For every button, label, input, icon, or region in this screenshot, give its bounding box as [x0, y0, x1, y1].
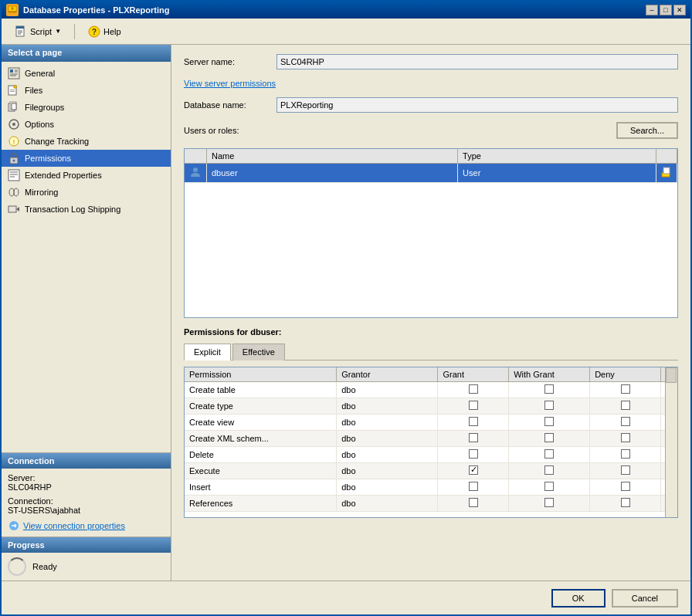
ok-button[interactable]: OK — [551, 589, 606, 608]
database-name-input[interactable] — [276, 97, 678, 113]
table-row[interactable]: dbuser User — [185, 164, 677, 183]
connection-info: Server: SLC04RHP Connection: ST-USERS\aj… — [2, 469, 171, 536]
svg-rect-18 — [10, 90, 15, 90]
perm-col-grant: Grant — [438, 367, 509, 382]
svg-marker-17 — [14, 86, 16, 88]
perm-grantor: dbo — [337, 415, 438, 431]
withgrant-checkbox[interactable] — [509, 382, 590, 398]
perm-grantor: dbo — [337, 463, 438, 479]
grant-checkbox[interactable] — [438, 431, 509, 447]
deny-checkbox[interactable] — [590, 447, 661, 463]
svg-rect-44 — [663, 168, 670, 174]
sidebar-item-transaction-log-shipping[interactable]: Transaction Log Shipping — [2, 201, 171, 218]
sidebar-item-mirroring[interactable]: Mirroring — [2, 184, 171, 201]
svg-rect-1 — [8, 11, 16, 12]
tab-explicit[interactable]: Explicit — [184, 344, 231, 360]
perm-permission: Create table — [185, 382, 337, 398]
deny-checkbox[interactable] — [590, 463, 661, 479]
sidebar-item-extended-properties[interactable]: Extended Properties — [2, 167, 171, 184]
svg-rect-19 — [10, 91, 15, 92]
deny-checkbox[interactable] — [590, 431, 661, 447]
grant-checkbox[interactable] — [438, 382, 509, 398]
extended-properties-icon — [8, 169, 20, 181]
extended-properties-label: Extended Properties — [25, 171, 102, 180]
svg-rect-4 — [16, 26, 24, 29]
cancel-button[interactable]: Cancel — [612, 589, 678, 608]
grant-checkbox[interactable] — [438, 479, 509, 496]
withgrant-checkbox[interactable] — [509, 479, 590, 496]
table-row[interactable]: Insertdbo — [185, 479, 677, 496]
perm-permission: Create XML schem... — [185, 431, 337, 447]
window-title: Database Properties - PLXReporting — [23, 5, 170, 15]
deny-checkbox[interactable] — [590, 382, 661, 398]
sidebar-item-change-tracking[interactable]: ! Change Tracking — [2, 133, 171, 150]
deny-checkbox[interactable] — [590, 415, 661, 431]
svg-rect-36 — [8, 206, 16, 212]
view-connection-properties-link[interactable]: View connection properties — [23, 521, 125, 530]
perm-grantor: dbo — [337, 431, 438, 447]
grant-checkbox[interactable] — [438, 496, 509, 512]
deny-checkbox[interactable] — [590, 479, 661, 496]
search-button[interactable]: Search... — [616, 122, 678, 139]
sidebar-item-options[interactable]: Options — [2, 116, 171, 133]
sidebar-item-permissions[interactable]: Permissions — [2, 150, 171, 167]
withgrant-checkbox[interactable] — [509, 496, 590, 512]
connection-link-icon — [8, 520, 20, 532]
help-button[interactable]: ? Help — [81, 22, 128, 41]
minimize-button[interactable]: – — [646, 5, 658, 15]
window-icon — [6, 4, 19, 16]
users-col-type: Type — [458, 149, 656, 164]
table-row[interactable]: Deletedbo — [185, 447, 677, 463]
server-label: Server: — [8, 473, 35, 482]
sidebar-item-filegroups[interactable]: Filegroups — [2, 99, 171, 116]
connection-header: Connection — [2, 452, 171, 469]
users-col-action — [656, 149, 677, 164]
perm-col-grantor: Grantor — [337, 367, 438, 382]
table-row[interactable]: Referencesdbo — [185, 496, 677, 512]
withgrant-checkbox[interactable] — [509, 431, 590, 447]
withgrant-checkbox[interactable] — [509, 463, 590, 479]
svg-point-33 — [9, 188, 14, 196]
script-dropdown-icon: ▼ — [55, 28, 61, 35]
script-button[interactable]: Script ▼ — [8, 22, 68, 41]
svg-text:!: ! — [13, 138, 15, 146]
deny-checkbox[interactable] — [590, 496, 661, 512]
user-icon — [189, 166, 202, 178]
scrollbar[interactable] — [665, 367, 677, 517]
perm-permission: Delete — [185, 447, 337, 463]
server-name-input[interactable] — [276, 54, 678, 69]
grant-checkbox[interactable] — [438, 463, 509, 479]
table-row[interactable]: Executedbo — [185, 463, 677, 479]
maximize-button[interactable]: □ — [660, 5, 672, 15]
sidebar-item-files[interactable]: Files — [2, 82, 171, 99]
grant-checkbox[interactable] — [438, 415, 509, 431]
table-row[interactable]: Create tabledbo — [185, 382, 677, 398]
close-button[interactable]: ✕ — [673, 5, 686, 15]
files-label: Files — [25, 86, 42, 95]
sidebar-item-general[interactable]: General — [2, 65, 171, 82]
perm-permission: Insert — [185, 479, 337, 496]
withgrant-checkbox[interactable] — [509, 415, 590, 431]
withgrant-checkbox[interactable] — [509, 447, 590, 463]
toolbar-separator — [74, 24, 75, 39]
view-server-permissions-link[interactable]: View server permissions — [184, 79, 276, 88]
grant-checkbox[interactable] — [438, 447, 509, 463]
perm-grantor: dbo — [337, 447, 438, 463]
mirroring-icon — [8, 186, 20, 198]
script-label: Script — [30, 27, 52, 36]
files-icon — [8, 84, 20, 96]
grant-checkbox[interactable] — [438, 398, 509, 415]
withgrant-checkbox[interactable] — [509, 398, 590, 415]
server-value: SLC04RHP — [8, 482, 52, 492]
deny-checkbox[interactable] — [590, 398, 661, 415]
permissions-table: Permission Grantor Grant With Grant Deny… — [185, 367, 677, 512]
main-window: Database Properties - PLXReporting – □ ✕… — [0, 0, 692, 616]
table-row[interactable]: Create XML schem...dbo — [185, 431, 677, 447]
transaction-log-shipping-icon — [8, 203, 20, 215]
mirroring-label: Mirroring — [25, 188, 58, 197]
table-row[interactable]: Create viewdbo — [185, 415, 677, 431]
tab-effective[interactable]: Effective — [232, 344, 285, 360]
table-row[interactable]: Create typedbo — [185, 398, 677, 415]
permissions-for-label: Permissions for dbuser: — [184, 327, 678, 337]
database-name-label: Database name: — [184, 100, 269, 110]
